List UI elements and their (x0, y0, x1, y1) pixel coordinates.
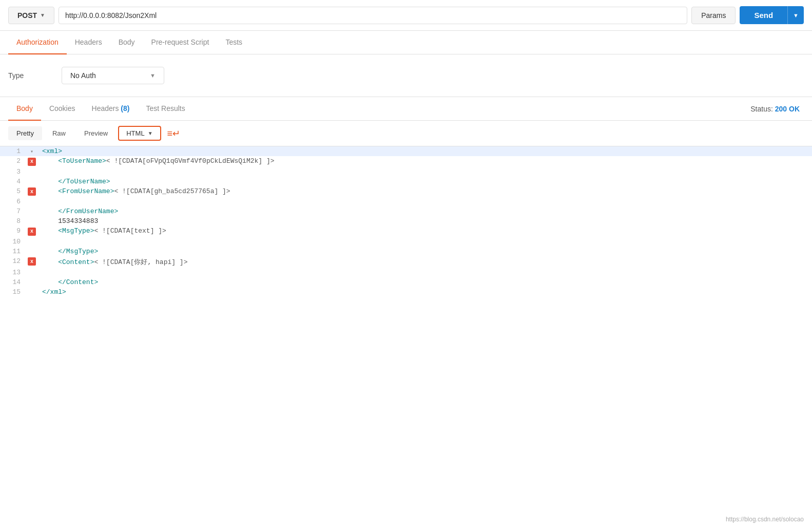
status-value: 200 OK (775, 105, 800, 113)
line-icon-col: x (26, 156, 38, 167)
resp-tab-headers[interactable]: Headers (8) (84, 97, 138, 121)
auth-type-label: Type (8, 71, 49, 80)
line-number: 9 (0, 226, 26, 237)
resp-tab-testresults[interactable]: Test Results (138, 97, 193, 121)
format-preview-button[interactable]: Preview (76, 126, 116, 140)
format-type-select[interactable]: HTML ▼ (118, 126, 161, 141)
method-label: POST (17, 11, 37, 20)
status-label: Status: (750, 105, 773, 113)
line-icon-col (26, 277, 38, 287)
line-number: 13 (0, 268, 26, 277)
url-input[interactable] (59, 7, 687, 24)
line-icon-col (26, 206, 38, 216)
line-icon-col (26, 268, 38, 277)
line-code: 1534334883 (38, 216, 812, 226)
response-status: Status: 200 OK (750, 105, 804, 113)
auth-type-chevron-icon: ▼ (150, 72, 156, 79)
line-icon-col (26, 167, 38, 177)
format-type-chevron-icon: ▼ (148, 130, 153, 136)
send-button[interactable]: Send (740, 6, 787, 24)
line-icon-col (26, 247, 38, 256)
url-bar: POST ▼ Params Send ▼ (0, 0, 812, 31)
line-icon-col: ▾ (26, 146, 38, 156)
line-code: <FromUserName>< ![CDATA[gh_ba5cd257765a]… (38, 186, 812, 197)
response-tabs: Body Cookies Headers (8) Test Results St… (0, 97, 812, 121)
code-table: 1▾<xml>2x <ToUserName>< ![CDATA[oFVpQ1qG… (0, 146, 812, 297)
format-raw-button[interactable]: Raw (44, 126, 74, 140)
line-icon-col (26, 177, 38, 186)
line-code: <ToUserName>< ![CDATA[oFVpQ1qGVmf4Vf0pCk… (38, 156, 812, 167)
line-number: 7 (0, 206, 26, 216)
headers-badge: (8) (121, 104, 129, 112)
line-code: </MsgType> (38, 247, 812, 256)
line-number: 15 (0, 287, 26, 297)
error-icon: x (28, 257, 36, 266)
format-type-value: HTML (126, 129, 144, 137)
line-code: </xml> (38, 287, 812, 297)
auth-type-select[interactable]: No Auth ▼ (62, 67, 164, 84)
line-number: 6 (0, 197, 26, 206)
method-chevron-icon: ▼ (40, 12, 45, 18)
line-number: 2 (0, 156, 26, 167)
method-button[interactable]: POST ▼ (8, 7, 54, 24)
line-number: 5 (0, 186, 26, 197)
line-number: 11 (0, 247, 26, 256)
params-button[interactable]: Params (691, 7, 736, 24)
send-group: Send ▼ (740, 6, 804, 24)
line-icon-col (26, 216, 38, 226)
line-code: </Content> (38, 277, 812, 287)
error-icon: x (28, 187, 36, 196)
line-icon-col: x (26, 256, 38, 268)
line-code: <MsgType>< ![CDATA[text] ]> (38, 226, 812, 237)
tab-headers[interactable]: Headers (67, 31, 110, 54)
format-pretty-button[interactable]: Pretty (8, 126, 42, 140)
fold-arrow-icon[interactable]: ▾ (30, 149, 33, 155)
line-number: 12 (0, 256, 26, 268)
line-number: 3 (0, 167, 26, 177)
request-tabs: Authorization Headers Body Pre-request S… (0, 31, 812, 54)
line-number: 10 (0, 237, 26, 247)
line-code (38, 197, 812, 206)
resp-tab-body[interactable]: Body (8, 97, 41, 121)
line-number: 8 (0, 216, 26, 226)
auth-type-value: No Auth (70, 71, 96, 80)
line-icon-col: x (26, 226, 38, 237)
error-icon: x (28, 158, 36, 166)
wrap-icon[interactable]: ≡↵ (167, 128, 181, 139)
line-icon-col (26, 287, 38, 297)
response-tabs-left: Body Cookies Headers (8) Test Results (8, 97, 194, 120)
tab-authorization[interactable]: Authorization (8, 31, 67, 54)
line-code: </FromUserName> (38, 206, 812, 216)
line-code (38, 167, 812, 177)
line-code (38, 237, 812, 247)
resp-tab-cookies[interactable]: Cookies (41, 97, 84, 121)
line-icon-col (26, 197, 38, 206)
tab-prerequest[interactable]: Pre-request Script (143, 31, 218, 54)
line-code: </ToUserName> (38, 177, 812, 186)
line-code: <xml> (38, 146, 812, 156)
send-dropdown-button[interactable]: ▼ (787, 6, 804, 24)
line-number: 14 (0, 277, 26, 287)
line-code (38, 268, 812, 277)
error-icon: x (28, 228, 36, 236)
auth-section: Type No Auth ▼ (0, 54, 812, 97)
line-code: <Content>< ![CDATA[你好, hapi] ]> (38, 256, 812, 268)
tab-tests[interactable]: Tests (217, 31, 250, 54)
line-number: 4 (0, 177, 26, 186)
auth-row: Type No Auth ▼ (8, 67, 804, 84)
tab-body[interactable]: Body (110, 31, 143, 54)
line-icon-col (26, 237, 38, 247)
line-icon-col: x (26, 186, 38, 197)
code-area: 1▾<xml>2x <ToUserName>< ![CDATA[oFVpQ1qG… (0, 146, 812, 297)
format-bar: Pretty Raw Preview HTML ▼ ≡↵ (0, 121, 812, 146)
line-number: 1 (0, 146, 26, 156)
